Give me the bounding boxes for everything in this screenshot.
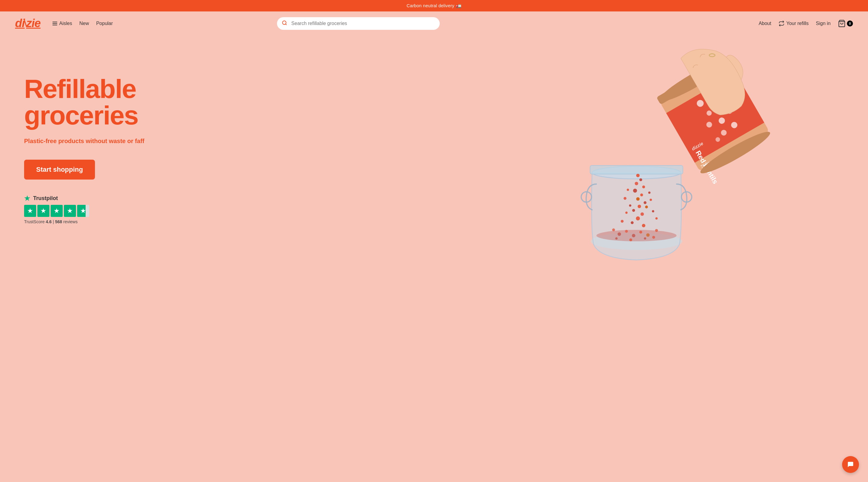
svg-point-23 bbox=[635, 182, 638, 185]
cart-badge: 0 bbox=[847, 21, 853, 27]
star-5-half: ★ bbox=[77, 205, 89, 217]
svg-point-34 bbox=[642, 224, 645, 227]
svg-point-9 bbox=[596, 230, 677, 241]
svg-point-33 bbox=[631, 221, 634, 224]
svg-point-17 bbox=[615, 237, 618, 240]
svg-rect-6 bbox=[590, 165, 683, 174]
svg-point-27 bbox=[636, 197, 640, 201]
svg-point-10 bbox=[612, 228, 615, 231]
svg-point-41 bbox=[625, 212, 628, 214]
svg-point-12 bbox=[625, 230, 628, 233]
logo[interactable]: di zie bbox=[15, 17, 40, 30]
hero-illustration: dizzie Red Lentils 750g bbox=[416, 35, 868, 264]
hero-subtitle: Plastic-free products without waste or f… bbox=[24, 138, 401, 144]
star-4: ★ bbox=[64, 205, 76, 217]
svg-point-42 bbox=[652, 210, 654, 213]
stars-row: ★ ★ ★ ★ ★ bbox=[24, 205, 401, 217]
refills-nav-link[interactable]: Your refills bbox=[778, 21, 809, 27]
svg-point-15 bbox=[646, 233, 650, 236]
trustpilot-brand: Trustpilot bbox=[33, 195, 58, 201]
svg-point-37 bbox=[624, 197, 627, 200]
svg-point-38 bbox=[650, 198, 652, 201]
svg-point-26 bbox=[641, 193, 644, 196]
new-nav-link[interactable]: New bbox=[79, 21, 89, 26]
svg-line-1 bbox=[285, 24, 286, 25]
trustpilot-score: TrustScore 4.6 | 568 reviews bbox=[24, 219, 401, 224]
refills-icon bbox=[778, 21, 784, 27]
trustpilot-star-logo: ★ bbox=[24, 195, 30, 202]
svg-point-16 bbox=[655, 229, 658, 232]
start-shopping-button[interactable]: Start shopping bbox=[24, 160, 95, 180]
popular-nav-link[interactable]: Popular bbox=[96, 21, 113, 26]
hamburger-icon bbox=[53, 22, 57, 25]
svg-point-29 bbox=[638, 204, 641, 208]
svg-point-20 bbox=[652, 236, 655, 239]
svg-point-0 bbox=[282, 21, 286, 24]
nav-left: Aisles New Popular bbox=[53, 21, 113, 26]
svg-point-13 bbox=[632, 234, 635, 237]
svg-point-22 bbox=[640, 178, 643, 181]
svg-point-35 bbox=[627, 189, 629, 191]
aisles-label: Aisles bbox=[59, 21, 72, 26]
svg-point-25 bbox=[633, 189, 637, 193]
svg-point-30 bbox=[632, 209, 635, 212]
svg-point-39 bbox=[629, 204, 631, 207]
svg-point-24 bbox=[642, 186, 645, 189]
svg-point-14 bbox=[640, 231, 643, 234]
hero-section: Refillable groceries Plastic-free produc… bbox=[0, 35, 868, 264]
about-nav-link[interactable]: About bbox=[758, 21, 771, 26]
trustpilot-widget[interactable]: ★ Trustpilot ★ ★ ★ ★ ★ TrustScore 4.6 | … bbox=[24, 195, 401, 224]
svg-point-18 bbox=[629, 238, 632, 242]
svg-point-31 bbox=[641, 213, 644, 216]
star-2: ★ bbox=[37, 205, 50, 217]
hero-title: Refillable groceries bbox=[24, 75, 401, 129]
cart-button[interactable]: 0 bbox=[838, 20, 853, 27]
top-banner: Carbon neutral delivery 🚛 bbox=[0, 0, 868, 11]
search-icon bbox=[282, 20, 287, 27]
cart-icon bbox=[838, 20, 846, 27]
star-1: ★ bbox=[24, 205, 36, 217]
svg-point-40 bbox=[645, 205, 648, 208]
svg-point-11 bbox=[618, 232, 621, 236]
svg-point-32 bbox=[636, 216, 640, 220]
svg-point-19 bbox=[644, 237, 647, 240]
aisles-nav-item[interactable]: Aisles bbox=[53, 21, 72, 26]
banner-text: Carbon neutral delivery 🚛 bbox=[407, 3, 461, 8]
svg-point-21 bbox=[636, 174, 640, 177]
svg-point-43 bbox=[621, 220, 624, 223]
hero-image: dizzie Red Lentils 750g bbox=[416, 35, 868, 264]
svg-point-28 bbox=[644, 201, 647, 204]
hero-text-area: Refillable groceries Plastic-free produc… bbox=[0, 35, 416, 264]
search-input[interactable] bbox=[277, 17, 440, 30]
search-bar bbox=[277, 17, 440, 30]
svg-point-36 bbox=[648, 192, 651, 194]
header: di zie Aisles New Popular About bbox=[0, 11, 868, 35]
nav-right: About Your refills Sign in 0 bbox=[758, 20, 853, 27]
svg-point-44 bbox=[655, 217, 658, 220]
star-3: ★ bbox=[51, 205, 63, 217]
signin-nav-link[interactable]: Sign in bbox=[816, 21, 831, 26]
